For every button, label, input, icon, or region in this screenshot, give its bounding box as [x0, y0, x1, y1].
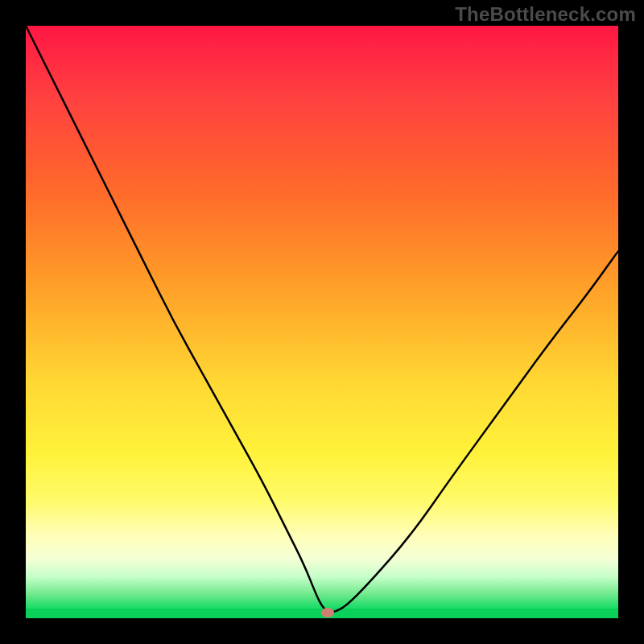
chart-frame: TheBottleneck.com — [0, 0, 644, 644]
optimal-point-marker — [321, 608, 334, 617]
watermark-text: TheBottleneck.com — [455, 3, 636, 26]
plot-background-gradient — [26, 26, 618, 618]
